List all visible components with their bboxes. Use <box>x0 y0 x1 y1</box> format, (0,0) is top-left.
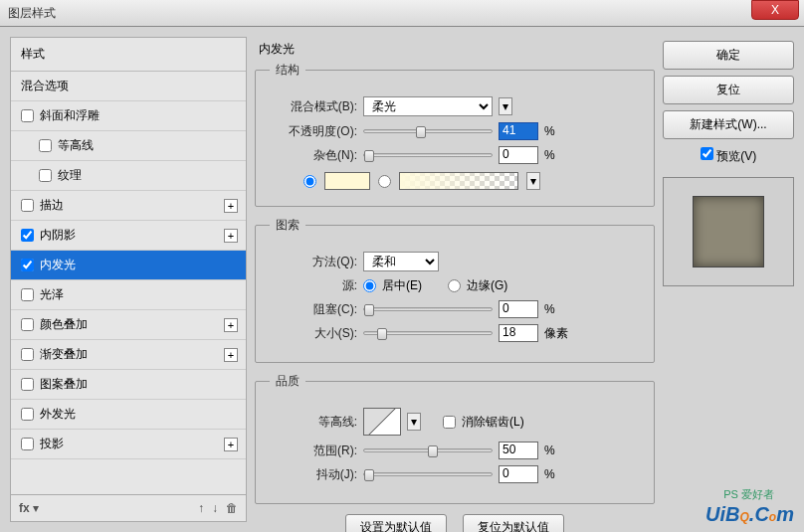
choke-slider[interactable] <box>363 307 493 311</box>
gradient-swatch[interactable] <box>399 172 518 190</box>
move-down-icon[interactable]: ↓ <box>212 501 218 515</box>
range-input[interactable]: 50 <box>499 442 538 459</box>
gradient-chevron-icon[interactable]: ▾ <box>526 172 540 190</box>
contour-chevron-icon[interactable]: ▾ <box>407 413 421 431</box>
style-label: 光泽 <box>40 286 64 303</box>
window-title: 图层样式 <box>8 5 56 22</box>
style-checkbox[interactable] <box>21 288 34 301</box>
style-row[interactable]: 光泽 <box>11 280 246 310</box>
style-row[interactable]: 内阴影+ <box>11 221 246 251</box>
structure-group: 结构 混合模式(B): 柔光 ▾ 不透明度(O): 41 % 杂色(N): 0 … <box>255 62 655 207</box>
structure-legend: 结构 <box>270 62 305 79</box>
antialias-checkbox[interactable] <box>443 416 456 429</box>
actions-panel: 确定 复位 新建样式(W)... 预览(V) <box>663 37 794 522</box>
make-default-button[interactable]: 设置为默认值 <box>345 514 447 532</box>
style-checkbox[interactable] <box>39 169 52 182</box>
dialog-body: 样式 混合选项 斜面和浮雕等高线纹理描边+内阴影+内发光光泽颜色叠加+渐变叠加+… <box>0 27 804 532</box>
panel-title: 内发光 <box>255 41 655 58</box>
blend-mode-select[interactable]: 柔光 <box>363 96 493 116</box>
opacity-input[interactable]: 41 <box>499 122 538 140</box>
color-solid-radio[interactable] <box>303 175 316 188</box>
choke-unit: % <box>544 302 572 316</box>
settings-panel: 内发光 结构 混合模式(B): 柔光 ▾ 不透明度(O): 41 % 杂色(N)… <box>255 37 655 522</box>
style-row[interactable]: 渐变叠加+ <box>11 340 246 370</box>
contour-picker[interactable] <box>363 408 401 436</box>
elements-legend: 图索 <box>270 217 305 234</box>
add-effect-icon[interactable]: + <box>224 199 238 213</box>
choke-input[interactable]: 0 <box>499 300 538 318</box>
opacity-slider[interactable] <box>363 129 493 133</box>
style-checkbox[interactable] <box>21 438 34 450</box>
technique-label: 方法(Q): <box>270 254 357 270</box>
style-row[interactable]: 颜色叠加+ <box>11 310 246 340</box>
size-slider[interactable] <box>363 331 493 335</box>
style-checkbox[interactable] <box>21 318 34 331</box>
preview-checkbox[interactable] <box>701 147 713 160</box>
jitter-slider[interactable] <box>363 472 493 476</box>
style-row[interactable]: 描边+ <box>11 191 246 221</box>
styles-footer: fx ▾ ↑ ↓ 🗑 <box>11 494 246 521</box>
jitter-label: 抖动(J): <box>270 466 357 483</box>
size-input[interactable]: 18 <box>499 324 538 342</box>
ok-button[interactable]: 确定 <box>663 41 794 70</box>
style-row[interactable]: 内发光 <box>11 251 246 280</box>
style-checkbox[interactable] <box>21 408 34 421</box>
contour-label: 等高线: <box>270 414 357 431</box>
style-checkbox[interactable] <box>21 378 34 391</box>
style-checkbox[interactable] <box>21 259 34 271</box>
antialias-label: 消除锯齿(L) <box>462 414 524 431</box>
styles-panel: 样式 混合选项 斜面和浮雕等高线纹理描边+内阴影+内发光光泽颜色叠加+渐变叠加+… <box>10 37 247 522</box>
style-label: 描边 <box>40 197 64 214</box>
blending-options-row[interactable]: 混合选项 <box>11 72 246 101</box>
reset-default-button[interactable]: 复位为默认值 <box>463 514 564 532</box>
preview-thumbnail <box>693 196 764 267</box>
add-effect-icon[interactable]: + <box>224 318 238 332</box>
style-row[interactable]: 纹理 <box>11 161 246 191</box>
add-effect-icon[interactable]: + <box>224 438 238 451</box>
style-label: 斜面和浮雕 <box>40 107 100 124</box>
quality-legend: 品质 <box>270 373 305 390</box>
opacity-label: 不透明度(O): <box>270 123 357 140</box>
style-row[interactable]: 投影+ <box>11 430 246 459</box>
jitter-unit: % <box>544 467 572 481</box>
close-button[interactable]: X <box>751 0 799 20</box>
style-checkbox[interactable] <box>21 199 34 212</box>
blend-mode-label: 混合模式(B): <box>270 98 357 115</box>
preview-label: 预览(V) <box>716 149 756 163</box>
style-checkbox[interactable] <box>21 348 34 361</box>
style-label: 纹理 <box>58 167 82 184</box>
style-row[interactable]: 外发光 <box>11 400 246 430</box>
style-row[interactable]: 斜面和浮雕 <box>11 101 246 131</box>
color-swatch[interactable] <box>324 172 370 190</box>
add-effect-icon[interactable]: + <box>224 348 238 362</box>
color-gradient-radio[interactable] <box>378 175 391 188</box>
range-unit: % <box>544 443 572 457</box>
technique-select[interactable]: 柔和 <box>363 252 439 271</box>
noise-input[interactable]: 0 <box>499 146 538 164</box>
style-label: 颜色叠加 <box>40 316 88 333</box>
jitter-input[interactable]: 0 <box>499 465 538 483</box>
choke-label: 阻塞(C): <box>270 301 357 318</box>
noise-slider[interactable] <box>363 153 493 157</box>
dropdown-chevron-icon[interactable]: ▾ <box>499 97 512 115</box>
fx-menu[interactable]: fx ▾ <box>19 501 39 515</box>
style-checkbox[interactable] <box>39 139 52 152</box>
add-effect-icon[interactable]: + <box>224 229 238 243</box>
style-row[interactable]: 图案叠加 <box>11 370 246 400</box>
new-style-button[interactable]: 新建样式(W)... <box>663 110 794 139</box>
move-up-icon[interactable]: ↑ <box>198 501 204 515</box>
range-slider[interactable] <box>363 448 493 452</box>
cancel-button[interactable]: 复位 <box>663 76 794 104</box>
source-center-radio[interactable] <box>363 279 376 292</box>
source-edge-label: 边缘(G) <box>467 277 507 294</box>
noise-unit: % <box>544 148 572 162</box>
source-center-label: 居中(E) <box>382 277 422 294</box>
source-edge-radio[interactable] <box>448 279 461 292</box>
style-checkbox[interactable] <box>21 229 34 242</box>
style-label: 内阴影 <box>40 227 76 244</box>
elements-group: 图索 方法(Q): 柔和 源: 居中(E) 边缘(G) 阻塞(C): 0 % 大… <box>255 217 655 363</box>
trash-icon[interactable]: 🗑 <box>226 501 238 515</box>
style-checkbox[interactable] <box>21 109 34 122</box>
style-label: 图案叠加 <box>40 376 88 393</box>
style-row[interactable]: 等高线 <box>11 131 246 161</box>
